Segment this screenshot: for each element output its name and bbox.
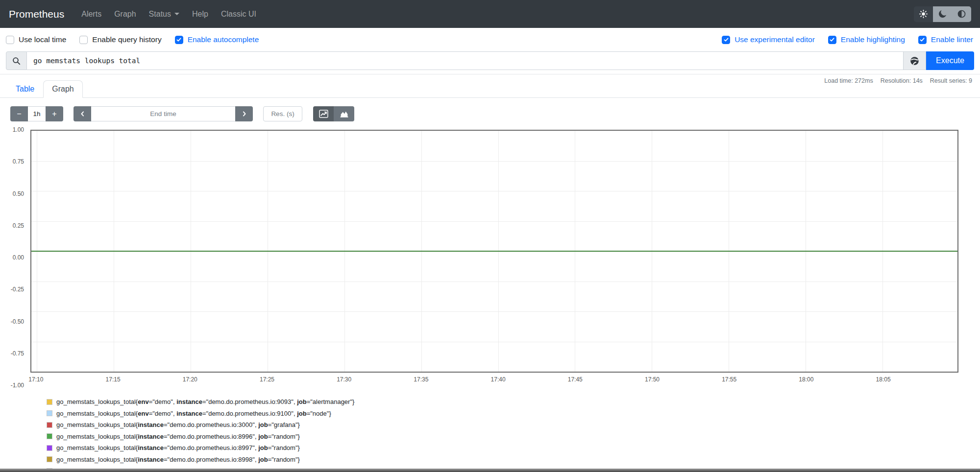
x-tick-label: 17:25	[260, 376, 274, 383]
series-name: go_memstats_lookups_total{instance="demo…	[56, 433, 300, 440]
increase-range-button[interactable]: +	[46, 106, 63, 121]
series-name: go_memstats_lookups_total{env="demo", in…	[56, 398, 354, 405]
series-color-swatch	[47, 433, 52, 439]
series-name: go_memstats_lookups_total{instance="demo…	[56, 421, 300, 428]
result-series-stat: Result series: 9	[930, 77, 972, 84]
x-tick-label: 17:20	[183, 376, 197, 383]
main-nav: AlertsGraphStatusHelpClassic UI	[75, 5, 263, 24]
results-panel: Load time: 272ms Resolution: 14s Result …	[0, 74, 980, 472]
circle-half-icon	[957, 10, 966, 18]
options-right: Use experimental editorEnable highlighti…	[722, 35, 973, 44]
y-tick-label: -0.25	[11, 286, 24, 293]
execute-button[interactable]: Execute	[926, 51, 974, 70]
theme-dark-button[interactable]	[933, 6, 952, 22]
time-back-button[interactable]	[74, 106, 91, 121]
series-color-swatch	[47, 422, 52, 428]
line-graph-icon	[319, 110, 328, 118]
tab-graph[interactable]: Graph	[43, 80, 82, 98]
x-tick-label: 17:15	[106, 376, 121, 383]
nav-item-alerts[interactable]: Alerts	[75, 5, 108, 24]
nav-item-status[interactable]: Status	[143, 5, 186, 24]
metrics-explorer-button[interactable]	[903, 51, 926, 70]
y-tick-label: -1.00	[11, 382, 24, 389]
nav-item-help[interactable]: Help	[186, 5, 215, 24]
y-tick-label: -0.50	[11, 318, 24, 325]
x-tick-label: 17:30	[337, 376, 351, 383]
gridline	[31, 221, 957, 222]
chevron-left-icon	[79, 111, 86, 117]
bottom-edge	[0, 469, 980, 472]
globe-icon	[910, 56, 919, 66]
app-brand[interactable]: Prometheus	[9, 8, 64, 20]
theme-light-button[interactable]	[914, 6, 933, 22]
checkbox-checked-icon	[918, 36, 927, 44]
line-graph-button[interactable]	[313, 106, 334, 121]
resolution-input[interactable]	[263, 106, 302, 121]
tab-table[interactable]: Table	[7, 80, 43, 98]
time-forward-button[interactable]	[235, 106, 253, 121]
y-tick-label: 0.25	[13, 222, 24, 229]
legend-item[interactable]: go_memstats_lookups_total{env="demo", in…	[47, 398, 980, 405]
sun-icon	[919, 10, 928, 18]
decrease-range-button[interactable]: −	[10, 106, 28, 121]
gridline	[31, 282, 957, 282]
checkbox-label: Enable highlighting	[841, 35, 905, 44]
query-stats: Load time: 272ms Resolution: 14s Result …	[824, 77, 972, 84]
series-name: go_memstats_lookups_total{instance="demo…	[56, 456, 300, 463]
legend-item[interactable]: go_memstats_lookups_total{instance="demo…	[47, 444, 980, 451]
gridline	[31, 161, 957, 162]
stacked-graph-button[interactable]	[334, 106, 354, 121]
legend: go_memstats_lookups_total{env="demo", in…	[47, 398, 980, 472]
x-axis: 17:1017:1517:2017:2517:3017:3517:4017:45…	[30, 375, 958, 385]
x-tick-label: 17:55	[722, 376, 736, 383]
x-tick-label: 17:35	[414, 376, 428, 383]
x-tick-label: 18:05	[876, 376, 891, 383]
query-bar: Execute	[6, 51, 974, 70]
resolution-stat: Resolution: 14s	[881, 77, 923, 84]
stacked-graph-icon	[340, 110, 349, 118]
x-tick-label: 17:10	[28, 376, 43, 383]
series-color-swatch	[47, 410, 52, 416]
end-time-input[interactable]	[91, 106, 235, 121]
options-left: Use local timeEnable query historyEnable…	[6, 35, 259, 44]
query-input[interactable]	[27, 51, 904, 70]
checkbox-label: Use local time	[19, 35, 66, 44]
checkbox-use-local-time[interactable]: Use local time	[6, 35, 66, 44]
checkbox-label: Enable autocomplete	[188, 35, 259, 44]
graph-controls: − +	[10, 106, 980, 121]
checkbox-unchecked-icon	[6, 36, 14, 44]
series-line	[31, 251, 957, 252]
checkbox-enable-autocomplete[interactable]: Enable autocomplete	[175, 35, 259, 44]
legend-item[interactable]: go_memstats_lookups_total{env="demo", in…	[47, 410, 980, 417]
theme-auto-button[interactable]	[952, 6, 971, 22]
plot-area[interactable]	[30, 130, 958, 373]
nav-item-graph[interactable]: Graph	[108, 5, 142, 24]
range-input[interactable]	[28, 106, 46, 121]
y-tick-label: -0.75	[11, 350, 24, 357]
moon-icon	[938, 10, 947, 18]
x-tick-label: 17:45	[568, 376, 583, 383]
x-tick-label: 17:50	[645, 376, 660, 383]
checkbox-enable-highlighting[interactable]: Enable highlighting	[828, 35, 905, 44]
legend-item[interactable]: go_memstats_lookups_total{instance="demo…	[47, 421, 980, 428]
y-tick-label: 0.50	[13, 190, 24, 197]
nav-item-classic-ui[interactable]: Classic UI	[215, 5, 263, 24]
checkbox-unchecked-icon	[79, 36, 88, 44]
chevron-right-icon	[241, 111, 247, 117]
gridline	[31, 191, 957, 191]
series-color-swatch	[47, 456, 52, 462]
checkbox-label: Use experimental editor	[735, 35, 815, 44]
y-axis: 1.000.750.500.250.00-0.25-0.50-0.75-1.00	[0, 130, 27, 385]
checkbox-enable-query-history[interactable]: Enable query history	[79, 35, 161, 44]
x-tick-label: 17:40	[491, 376, 506, 383]
legend-item[interactable]: go_memstats_lookups_total{instance="demo…	[47, 433, 980, 440]
gridline	[31, 311, 957, 312]
checkbox-checked-icon	[175, 36, 183, 44]
gridline	[31, 342, 957, 342]
legend-item[interactable]: go_memstats_lookups_total{instance="demo…	[47, 456, 980, 463]
checkbox-use-experimental-editor[interactable]: Use experimental editor	[722, 35, 815, 44]
y-tick-label: 0.00	[13, 254, 24, 261]
checkbox-enable-linter[interactable]: Enable linter	[918, 35, 973, 44]
checkbox-label: Enable query history	[92, 35, 161, 44]
x-tick-label: 18:00	[799, 376, 813, 383]
